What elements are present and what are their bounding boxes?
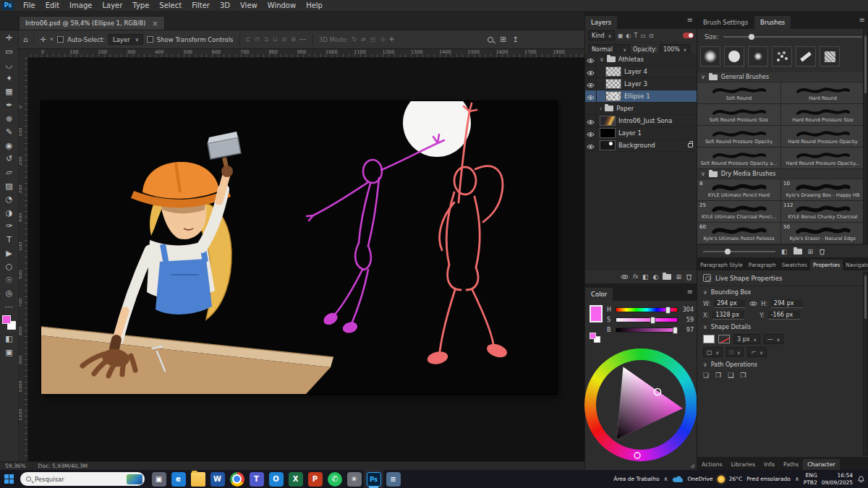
language-indicator[interactable]: ENG PTB2 <box>804 472 817 486</box>
quick-mask[interactable]: ◧ <box>1 333 17 346</box>
layer-mask-icon[interactable]: ◧ <box>642 273 649 281</box>
visibility-toggle[interactable] <box>585 90 597 102</box>
clock[interactable]: 16:54 09/09/2025 <box>822 472 853 486</box>
stroke-detail-dropdown[interactable]: ∷∨ <box>726 347 744 357</box>
pasteboard[interactable]: 0100200300400500600700800900100011001200… <box>19 49 584 461</box>
onedrive-label[interactable]: OneDrive <box>687 476 712 482</box>
slider-track[interactable] <box>616 317 678 322</box>
path-operations-section[interactable]: ∨ Path Operations <box>697 359 868 370</box>
tab-swatches[interactable]: Swatches <box>779 260 810 270</box>
gradient-tool[interactable]: ▨ <box>1 180 17 194</box>
taskbar-outlook[interactable]: O <box>266 470 286 488</box>
dodge-tool[interactable]: ◑ <box>1 207 17 221</box>
taskbar-powerpoint[interactable]: P <box>305 470 325 488</box>
visibility-toggle[interactable] <box>585 140 597 151</box>
brush-item[interactable]: Soft Round Pressure Size <box>697 104 780 125</box>
menu-file[interactable]: File <box>18 0 41 12</box>
mini-foreground-swatch[interactable] <box>590 333 596 339</box>
scrollbar-thumb[interactable] <box>864 275 867 319</box>
visibility-toggle[interactable] <box>585 115 597 127</box>
path-op-icon[interactable]: ❐ <box>715 372 721 379</box>
mode-3d-icon[interactable]: ✚ <box>389 37 394 43</box>
brush-tip-texture[interactable] <box>820 46 840 67</box>
brush-item[interactable]: 112KYLE Bonus Chunky Charcoal <box>781 201 864 222</box>
slider-value[interactable]: 304 <box>681 307 694 313</box>
width-field[interactable]: 294 px <box>714 299 746 308</box>
document-size[interactable]: Doc: 5,93M/40,3M <box>38 463 88 469</box>
blend-mode-dropdown[interactable]: Normal ∨ <box>588 44 630 54</box>
mode-3d-icon[interactable]: ◰ <box>370 37 376 43</box>
stroke-detail-dropdown[interactable]: ⌐∨ <box>747 347 766 357</box>
align-icon[interactable]: ⊞ <box>291 37 296 43</box>
quick-select-tool[interactable]: ✦ <box>1 72 17 86</box>
weather-sun-icon[interactable] <box>718 476 725 483</box>
notification-icon[interactable] <box>857 475 865 483</box>
brush-tip-softsm[interactable] <box>748 46 768 67</box>
brush-item[interactable]: Hard Round Pressure Size <box>781 104 864 125</box>
temperature[interactable]: 26°C <box>729 476 743 482</box>
pen-tool[interactable]: ✑ <box>1 220 17 234</box>
slider-handle[interactable] <box>665 307 671 314</box>
search-highlight-image[interactable] <box>127 474 142 484</box>
brush-tip-hard[interactable] <box>724 46 744 67</box>
home-icon[interactable]: ⌂ <box>23 36 27 43</box>
new-brush-group-icon[interactable] <box>793 249 802 254</box>
scrollbar-thumb[interactable] <box>864 35 867 93</box>
layer-row[interactable]: Ellipse 1 <box>585 90 697 103</box>
menu-select[interactable]: Select <box>154 0 187 12</box>
brush-group-header[interactable]: ∨General Brushes <box>697 72 864 82</box>
path-op-icon[interactable]: ❏ <box>703 372 709 379</box>
tab-navigator[interactable]: Navigator <box>843 260 868 270</box>
taskbar-teams[interactable]: T <box>247 470 266 488</box>
path-op-icon[interactable]: ❒ <box>740 372 746 379</box>
taskbar-text-editor[interactable]: ≡ <box>383 470 403 488</box>
mode-3d-icon[interactable]: ↻ <box>352 37 357 43</box>
size-slider-handle[interactable] <box>749 34 754 40</box>
menu-3d[interactable]: 3D <box>215 0 235 12</box>
visibility-toggle[interactable] <box>585 53 597 65</box>
layer-filter-icon[interactable]: T <box>634 33 638 39</box>
brush-item[interactable]: 60Kyle's Ultimate Pastel Palooza <box>697 223 780 244</box>
chevron-icon[interactable]: ∨ <box>701 171 705 177</box>
taskbar-excel[interactable]: X <box>286 470 305 488</box>
slider-track[interactable] <box>616 307 678 312</box>
workspace-icon[interactable]: ⊞ <box>500 36 506 43</box>
visibility-toggle[interactable] <box>585 127 597 139</box>
chevron-icon[interactable]: ∨ <box>600 56 604 63</box>
angle-slider-handle[interactable] <box>725 249 731 254</box>
tab-paths[interactable]: Paths <box>779 459 803 470</box>
stroke-style-dropdown[interactable]: — ∨ <box>764 334 783 344</box>
align-icon[interactable]: ⊟ <box>281 37 286 43</box>
menu-window[interactable]: Window <box>263 0 301 12</box>
clone-stamp-tool[interactable]: ◉ <box>1 140 17 153</box>
align-icon[interactable]: ⊏ <box>246 37 251 43</box>
move-tool-icon[interactable]: ✛ <box>40 36 46 43</box>
bounding-box-section[interactable]: ∨ Bounding Box <box>697 286 868 298</box>
layer-row[interactable]: ∨Athletas <box>585 53 697 66</box>
y-field[interactable]: -166 px <box>768 311 800 320</box>
adjustment-layer-icon[interactable]: ◐ <box>653 273 659 281</box>
new-brush-icon[interactable]: ⊞ <box>808 248 814 255</box>
layer-style-icon[interactable]: fx <box>633 273 639 280</box>
vertical-ruler[interactable]: 010020030040050060070080090010001100 <box>19 58 28 461</box>
taskbar-chrome[interactable] <box>227 470 247 488</box>
screen-mode[interactable]: ▣ <box>1 346 17 360</box>
align-icon[interactable]: ⊓ <box>255 37 259 43</box>
desktop-toolbar-label[interactable]: Área de Trabalho <box>613 476 659 482</box>
share-icon[interactable]: ↥ <box>513 36 519 43</box>
search-icon[interactable] <box>488 37 493 43</box>
align-icon[interactable]: ⊐ <box>263 37 268 43</box>
x-field[interactable]: 1328 px <box>712 311 744 320</box>
link-layers-icon[interactable] <box>621 274 629 280</box>
brush-item[interactable]: Soft Round Pressure Opacity <box>697 126 780 147</box>
brush-tip-flat[interactable] <box>796 46 816 67</box>
stroke-width-dropdown[interactable]: 3 px ∨ <box>733 334 760 344</box>
brush-item[interactable]: 10Kyle's Drawing Box - Happy HB <box>781 179 864 200</box>
auto-select-dropdown[interactable]: Layer ∨ <box>109 34 143 45</box>
layer-row[interactable]: Background <box>585 140 697 152</box>
tab-info[interactable]: Info <box>760 459 779 470</box>
taskbar-edge[interactable]: e <box>169 470 188 488</box>
brush-item[interactable]: 50Kyle's Eraser - Natural Edge <box>781 223 864 244</box>
slider-handle[interactable] <box>673 327 678 334</box>
shape-tool[interactable]: ○ <box>1 260 17 274</box>
